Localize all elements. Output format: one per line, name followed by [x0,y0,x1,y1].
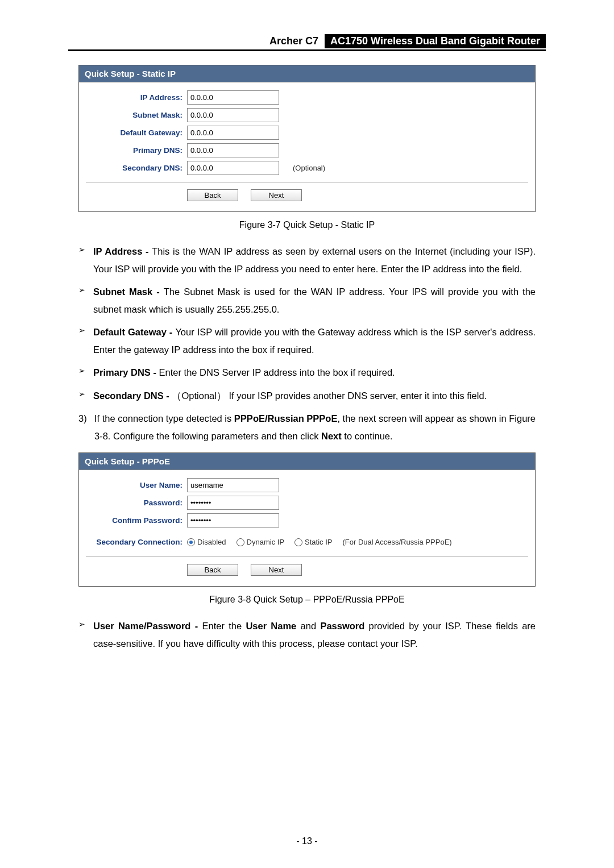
default-gateway-input[interactable] [187,126,279,140]
bullet-secondary-dns-opt: （Optional） [172,391,226,401]
secondary-connection-label: Secondary Connection: [86,538,187,546]
page-header: Archer C7 AC1750 Wireless Dual Band Giga… [68,34,546,51]
bullet-default-gateway-strong: Default Gateway - [93,327,175,337]
back-button[interactable]: Back [187,564,238,576]
bullet-primary-dns-strong: Primary DNS - [93,367,159,377]
bullet-user-password: User Name/Password - Enter the User Name… [93,617,536,652]
password-input[interactable] [187,496,279,510]
radio-disabled-label: Disabled [197,538,226,546]
bullet-ip-address: IP Address - This is the WAN IP address … [93,243,536,277]
radio-disabled[interactable]: Disabled [187,538,226,546]
primary-dns-label: Primary DNS: [86,146,187,155]
bullet-ip-address-text: This is the WAN IP address as seen by ex… [93,246,536,274]
next-button[interactable]: Next [251,564,302,576]
username-row: User Name: [86,478,528,492]
step-3-number: 3) [78,410,94,445]
static-ip-bullets: IP Address - This is the WAN IP address … [68,243,546,404]
bullet-subnet-mask: Subnet Mask - The Subnet Mask is used fo… [93,283,536,318]
bullet-secondary-dns-strong: Secondary DNS - [93,391,172,401]
step-3: 3) If the connection type detected is PP… [78,410,536,445]
subnet-mask-label: Subnet Mask: [86,111,187,119]
header-model: Archer C7 [266,34,322,48]
radio-icon [294,538,302,546]
bullet-default-gateway: Default Gateway - Your ISP will provide … [93,323,536,358]
subnet-mask-row: Subnet Mask: [86,108,528,122]
radio-static-label: Static IP [305,538,332,546]
next-button[interactable]: Next [251,189,302,201]
primary-dns-input[interactable] [187,143,279,157]
figure-3-7-caption: Figure 3-7 Quick Setup - Static IP [68,220,546,230]
bullet-up-user: User Name [246,621,296,631]
secondary-connection-radios: Disabled Dynamic IP Static IP (For Dual … [187,538,452,546]
bullet-up-strong: User Name/Password - [93,621,202,631]
secondary-dns-row: Secondary DNS: (Optional) [86,161,528,175]
step-3-next-strong: Next [321,431,342,441]
username-label: User Name: [86,481,187,489]
static-ip-panel-title: Quick Setup - Static IP [79,65,535,82]
radio-dynamic-label: Dynamic IP [247,538,284,546]
bullet-subnet-mask-strong: Subnet Mask - [93,286,164,297]
password-label: Password: [86,499,187,507]
ip-address-row: IP Address: [86,90,528,105]
static-ip-panel: Quick Setup - Static IP IP Address: Subn… [78,65,536,212]
secondary-connection-row: Secondary Connection: Disabled Dynamic I… [86,538,528,546]
confirm-password-row: Confirm Password: [86,513,528,528]
step-3-pre: If the connection type detected is [94,413,234,423]
bullet-secondary-dns: Secondary DNS - （Optional） If your ISP p… [93,387,536,405]
header-product: AC1750 Wireless Dual Band Gigabit Router [325,34,546,48]
radio-icon [237,538,244,546]
ip-address-label: IP Address: [86,93,187,102]
secondary-dns-input[interactable] [187,161,279,175]
pppoe-panel: Quick Setup - PPPoE User Name: Password:… [78,452,536,587]
secondary-dns-label: Secondary DNS: [86,164,187,172]
page-number: - 13 - [0,836,614,846]
primary-dns-row: Primary DNS: [86,143,528,157]
ip-address-input[interactable] [187,90,279,105]
confirm-password-input[interactable] [187,513,279,528]
password-row: Password: [86,496,528,510]
bullet-primary-dns-text: Enter the DNS Server IP address into the… [159,367,395,377]
bullet-up-pwd: Password [320,621,364,631]
default-gateway-label: Default Gateway: [86,128,187,137]
default-gateway-row: Default Gateway: [86,126,528,140]
radio-note: (For Dual Access/Russia PPPoE) [342,538,451,546]
radio-icon [187,538,195,546]
step-3-tail: to continue. [342,431,393,441]
optional-note: (Optional) [293,164,325,172]
bullet-up-and: and [296,621,320,631]
subnet-mask-input[interactable] [187,108,279,122]
username-input[interactable] [187,478,279,492]
step-3-strong: PPPoE/Russian PPPoE [234,413,338,423]
radio-static-ip[interactable]: Static IP [294,538,332,546]
bullet-ip-address-strong: IP Address - [93,246,152,256]
radio-dynamic-ip[interactable]: Dynamic IP [237,538,284,546]
pppoe-panel-title: Quick Setup - PPPoE [79,453,535,470]
figure-3-8-caption: Figure 3-8 Quick Setup – PPPoE/Russia PP… [68,595,546,605]
confirm-password-label: Confirm Password: [86,516,187,525]
bullet-up-pre: Enter the [202,621,246,631]
bullet-secondary-dns-text: If your ISP provides another DNS server,… [226,391,487,401]
bullet-primary-dns: Primary DNS - Enter the DNS Server IP ad… [93,364,536,381]
back-button[interactable]: Back [187,189,238,201]
pppoe-bullets: User Name/Password - Enter the User Name… [68,617,546,652]
